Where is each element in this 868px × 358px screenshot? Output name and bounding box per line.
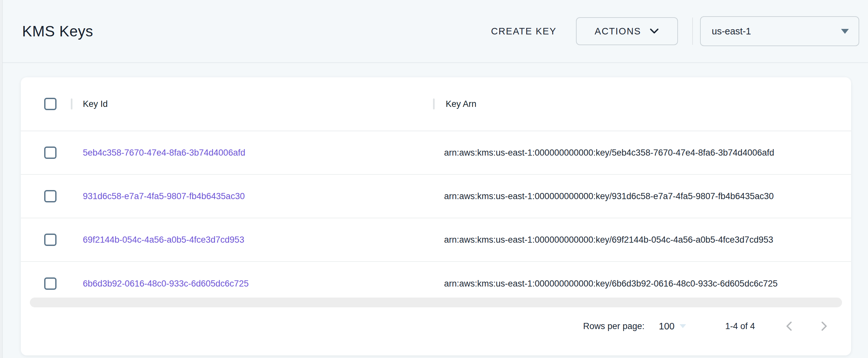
rows-per-page-select[interactable]: 100	[659, 321, 686, 332]
pagination-range: 1-4 of 4	[725, 321, 755, 331]
next-page-button[interactable]	[817, 320, 830, 333]
column-header-key-id[interactable]: Key Id	[72, 99, 433, 109]
region-select-value: us-east-1	[712, 26, 751, 37]
row-checkbox[interactable]	[44, 234, 57, 246]
rows-per-page-label: Rows per page:	[583, 321, 645, 331]
table-row: 5eb4c358-7670-47e4-8fa6-3b74d4006afd arn…	[21, 131, 851, 175]
select-all-checkbox[interactable]	[44, 98, 57, 110]
key-arn-cell: arn:aws:kms:us-east-1:000000000000:key/9…	[433, 191, 774, 201]
key-id-cell: 69f2144b-054c-4a56-a0b5-4fce3d7cd953	[72, 235, 433, 245]
topbar-actions: CREATE KEY ACTIONS us-east-1	[482, 16, 859, 46]
pagination-bar: Rows per page: 100 1-4 of 4	[21, 317, 851, 336]
row-checkbox-cell	[21, 277, 71, 290]
key-id-cell: 931d6c58-e7a7-4fa5-9807-fb4b6435ac30	[72, 191, 433, 201]
column-header-key-arn[interactable]: Key Arn	[435, 99, 476, 109]
header-checkbox-cell	[21, 98, 71, 110]
table-row: 931d6c58-e7a7-4fa5-9807-fb4b6435ac30 arn…	[21, 175, 851, 218]
key-id-cell: 5eb4c358-7670-47e4-8fa6-3b74d4006afd	[72, 148, 433, 158]
left-edge-strip	[0, 0, 3, 358]
caret-down-icon	[680, 324, 686, 328]
actions-button-label: ACTIONS	[595, 26, 641, 37]
actions-button[interactable]: ACTIONS	[576, 17, 678, 45]
key-arn-cell: arn:aws:kms:us-east-1:000000000000:key/5…	[433, 148, 774, 158]
caret-down-icon	[841, 29, 849, 34]
keys-table-card: Key Id Key Arn 5eb4c358-7670-47e4-8fa6-3…	[21, 77, 851, 355]
key-arn-cell: arn:aws:kms:us-east-1:000000000000:key/6…	[433, 279, 778, 289]
key-id-link[interactable]: 5eb4c358-7670-47e4-8fa6-3b74d4006afd	[83, 148, 245, 157]
rows-per-page-value: 100	[659, 321, 674, 332]
topbar: KMS Keys CREATE KEY ACTIONS us-east-1	[3, 0, 868, 63]
row-checkbox-cell	[21, 147, 71, 159]
region-select[interactable]: us-east-1	[700, 16, 859, 46]
table-row: 69f2144b-054c-4a56-a0b5-4fce3d7cd953 arn…	[21, 218, 851, 262]
row-checkbox-cell	[21, 190, 71, 202]
chevron-down-icon	[649, 28, 659, 34]
key-id-link[interactable]: 931d6c58-e7a7-4fa5-9807-fb4b6435ac30	[83, 191, 245, 201]
kms-keys-page: KMS Keys CREATE KEY ACTIONS us-east-1	[0, 0, 868, 358]
previous-page-button[interactable]	[783, 320, 796, 333]
key-id-cell: 6b6d3b92-0616-48c0-933c-6d605dc6c725	[72, 279, 433, 289]
key-id-link[interactable]: 6b6d3b92-0616-48c0-933c-6d605dc6c725	[83, 279, 249, 289]
row-checkbox[interactable]	[44, 190, 57, 202]
table-header-row: Key Id Key Arn	[21, 77, 851, 131]
row-checkbox[interactable]	[44, 277, 57, 290]
chevron-left-icon	[784, 321, 795, 332]
create-key-button[interactable]: CREATE KEY	[482, 20, 565, 42]
horizontal-scrollbar[interactable]	[30, 298, 842, 307]
row-checkbox[interactable]	[44, 147, 57, 159]
key-arn-cell: arn:aws:kms:us-east-1:000000000000:key/6…	[433, 235, 773, 245]
row-checkbox-cell	[21, 234, 71, 246]
chevron-right-icon	[818, 321, 829, 332]
page-title: KMS Keys	[22, 22, 93, 40]
key-id-link[interactable]: 69f2144b-054c-4a56-a0b5-4fce3d7cd953	[83, 235, 244, 245]
toolbar-divider	[692, 18, 693, 45]
